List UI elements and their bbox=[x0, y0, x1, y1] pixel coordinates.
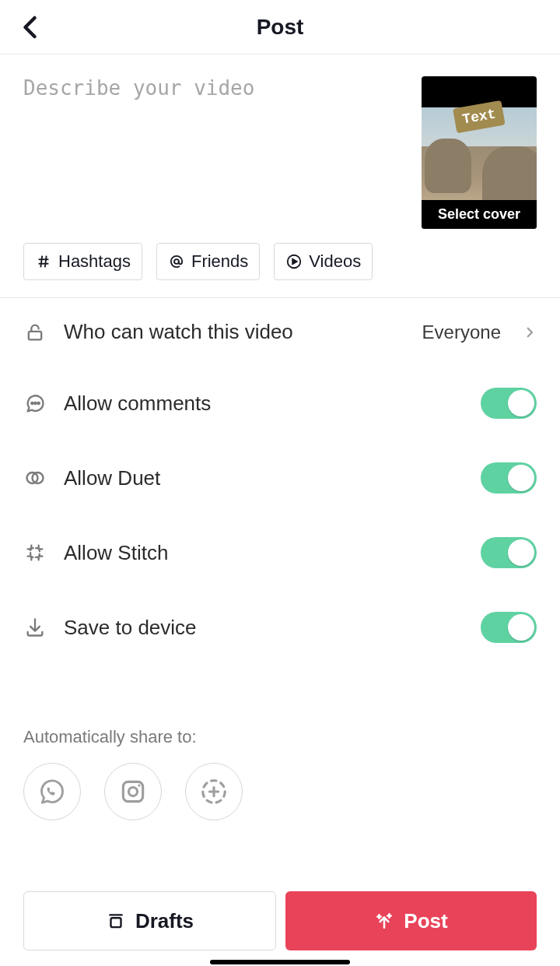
svg-rect-7 bbox=[29, 331, 41, 339]
play-circle-icon bbox=[285, 253, 303, 270]
drafts-icon bbox=[106, 911, 126, 931]
save-row: Save to device bbox=[23, 590, 537, 665]
duet-row: Allow Duet bbox=[23, 441, 537, 515]
duet-icon bbox=[23, 466, 47, 490]
svg-marker-6 bbox=[292, 259, 297, 264]
select-cover-button[interactable]: Text Select cover bbox=[422, 76, 537, 229]
svg-point-15 bbox=[128, 787, 137, 796]
friends-chip[interactable]: Friends bbox=[156, 243, 260, 280]
download-icon bbox=[23, 616, 47, 639]
videos-chip-label: Videos bbox=[309, 251, 361, 272]
svg-point-9 bbox=[34, 402, 36, 404]
chevron-right-icon bbox=[523, 325, 537, 339]
privacy-label: Who can watch this video bbox=[64, 320, 405, 344]
svg-rect-21 bbox=[110, 918, 121, 927]
compose-chips: Hashtags Friends Videos bbox=[0, 243, 560, 297]
at-icon bbox=[168, 253, 185, 270]
stitch-toggle[interactable] bbox=[481, 537, 537, 568]
stitch-label: Allow Stitch bbox=[64, 541, 464, 565]
comments-row: Allow comments bbox=[23, 366, 537, 441]
svg-line-2 bbox=[40, 256, 42, 268]
videos-chip[interactable]: Videos bbox=[274, 243, 373, 280]
share-more-button[interactable] bbox=[185, 763, 243, 820]
friends-chip-label: Friends bbox=[191, 251, 248, 272]
post-button[interactable]: Post bbox=[285, 891, 537, 950]
comments-toggle[interactable] bbox=[481, 388, 537, 419]
comment-icon bbox=[23, 392, 47, 415]
header: Post bbox=[0, 0, 560, 54]
post-button-label: Post bbox=[404, 909, 447, 933]
hashtags-chip[interactable]: Hashtags bbox=[23, 243, 142, 280]
privacy-value: Everyone bbox=[422, 321, 501, 343]
save-toggle[interactable] bbox=[481, 612, 537, 643]
back-button[interactable] bbox=[17, 13, 45, 41]
svg-point-16 bbox=[138, 785, 140, 787]
stitch-icon bbox=[23, 541, 47, 564]
settings-list: Who can watch this video Everyone Allow … bbox=[0, 298, 560, 665]
save-label: Save to device bbox=[64, 616, 464, 640]
page-title: Post bbox=[257, 15, 304, 40]
description-input[interactable] bbox=[23, 76, 406, 229]
drafts-button[interactable]: Drafts bbox=[23, 891, 276, 950]
compose-area: Text Select cover bbox=[0, 54, 560, 243]
whatsapp-icon bbox=[37, 777, 67, 806]
share-instagram-button[interactable] bbox=[104, 763, 162, 820]
share-section: Automatically share to: bbox=[0, 727, 560, 820]
privacy-row[interactable]: Who can watch this video Everyone bbox=[23, 298, 537, 366]
cover-thumbnail-rocks bbox=[422, 146, 537, 205]
duet-label: Allow Duet bbox=[64, 466, 464, 490]
share-label: Automatically share to: bbox=[23, 727, 537, 747]
svg-point-8 bbox=[31, 402, 33, 404]
add-dashed-icon bbox=[199, 777, 229, 806]
svg-line-3 bbox=[45, 256, 47, 268]
share-icons bbox=[23, 763, 537, 820]
hashtags-chip-label: Hashtags bbox=[58, 251, 131, 272]
home-indicator bbox=[210, 960, 350, 964]
sparkle-up-icon bbox=[374, 911, 394, 931]
duet-toggle[interactable] bbox=[481, 462, 537, 494]
instagram-icon bbox=[118, 777, 148, 806]
drafts-button-label: Drafts bbox=[135, 909, 194, 933]
cover-label: Select cover bbox=[422, 200, 537, 229]
share-whatsapp-button[interactable] bbox=[23, 763, 81, 820]
lock-icon bbox=[23, 321, 47, 344]
svg-point-10 bbox=[38, 402, 40, 404]
chevron-left-icon bbox=[17, 13, 45, 41]
bottom-bar: Drafts Post bbox=[0, 891, 560, 950]
comments-label: Allow comments bbox=[64, 392, 464, 416]
stitch-row: Allow Stitch bbox=[23, 515, 537, 590]
hash-icon bbox=[35, 253, 52, 270]
